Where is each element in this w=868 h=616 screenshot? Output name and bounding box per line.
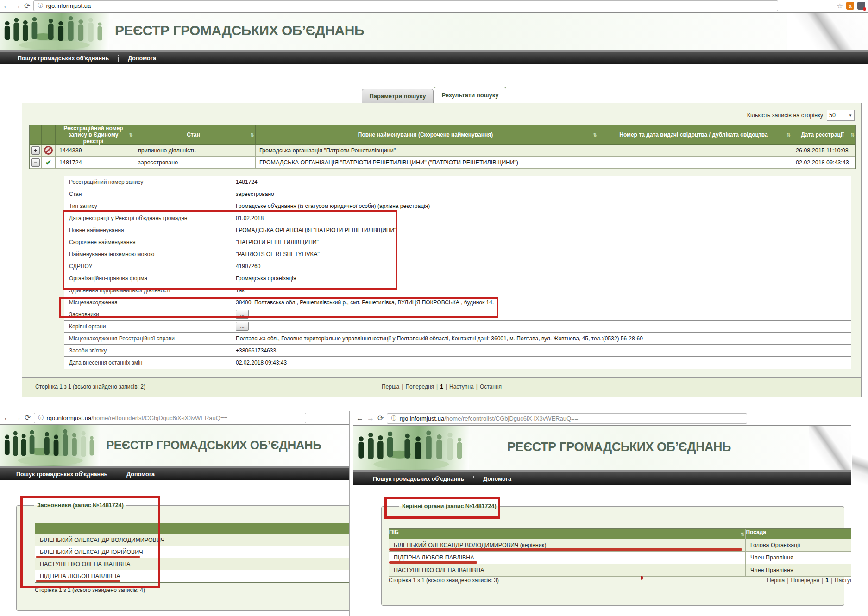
sort-icon[interactable]: ⇅ [851,132,855,137]
column-header-reg-date[interactable]: Дата реєстрації ⇅ [792,125,855,145]
detail-row: Дата реєстрації у Реєстрі об'єднань гром… [64,212,851,224]
column-header-status [42,125,56,145]
browser-toolbar: ← → ⟳ ⓘ rgo.informjust.ua/home/refcontro… [353,411,851,426]
governing-table-header: ПІБ ⇅ Посада [389,529,851,539]
column-header-reg-number[interactable]: Реєстраційний номер запису в Єдиному реє… [56,125,134,145]
results-table: Реєстраційний номер запису в Єдиному реє… [29,125,856,169]
list-item: БІЛЕНЬКИЙ ОЛЕКСАНДР ВОЛОДИМИРОВИЧ [35,534,350,546]
pagination-first[interactable]: Перша [767,577,785,584]
cell-name: БІЛЕНЬКИЙ ОЛЕКСАНДР ВОЛОДИМИРОВИЧ (керів… [389,539,746,551]
sort-icon[interactable]: ⇅ [593,132,597,137]
results-panel: Кількість записів на сторінку 50 ▼ Реєст… [22,103,862,397]
banner-people-image [353,426,469,470]
page-info: Сторінка 1 з 1 (всього знайдено записів:… [389,577,499,584]
background-window-edge [852,433,868,498]
reload-button[interactable]: ⟳ [25,414,31,421]
reload-button[interactable]: ⟳ [24,2,30,10]
sort-icon[interactable]: ⇅ [787,132,791,137]
menu-search-link[interactable]: Пошук громадських об'єднаннь [364,476,473,482]
pagination-current-page[interactable]: 1 [440,383,443,390]
site-title: РЕЄСТР ГРОМАДСЬКИХ ОБ’ЄДНАНЬ [115,23,364,38]
column-header-name[interactable]: ПІБ ⇅ [389,529,746,539]
url-host: rgo.informjust.ua [399,415,444,422]
results-footer: Сторінка 1 з 1 (всього знайдено записів:… [22,377,861,397]
pagination-prev[interactable]: Попередня [405,383,434,390]
founders-browser-window: ← → ⟳ ⓘ rgo.informjust.ua/home/reffounde… [0,411,350,616]
cell-position: Член Правління [746,564,851,576]
cell-full-name: Громадська організація "Патріоти Решетил… [256,145,598,157]
table-row: ПАСТУШЕНКО ОЛЕНА ІВАНІВНА Член Правління [389,564,851,577]
forward-button[interactable]: → [367,415,374,422]
menu-help-link[interactable]: Допомога [117,471,164,478]
page-size-select[interactable]: 50 ▼ [827,110,855,121]
url-path: /home/refcontrollst/CGbjDguc6iX-iX3vWERa… [444,415,578,422]
site-title: РЕЄСТР ГРОМАДСЬКИХ ОБ’ЄДНАНЬ [106,438,321,453]
menu-search-link[interactable]: Пошук громадських об'єднаннь [8,55,118,62]
page-size-value: 50 [829,112,836,119]
detail-row: Тип запису Громадське об'єднання (із ста… [64,200,851,212]
cell-name: ПАСТУШЕНКО ОЛЕНА ІВАНІВНА [389,564,746,576]
collapse-button[interactable]: − [31,158,40,167]
cell-reg-date: 02.02.2018 09:43:43 [792,157,855,169]
founders-table-header [35,523,350,534]
detail-row: Місцезнаходження Реєстраційної справи По… [64,333,851,345]
governing-bodies-legend: Керівні органи (запис №1481724) [399,503,499,509]
tab-search-params[interactable]: Параметри пошуку [362,89,434,103]
founders-table: БІЛЕНЬКИЙ ОЛЕКСАНДР ВОЛОДИМИРОВИЧ БІЛЕНЬ… [35,523,350,583]
page-info: Сторінка 1 з 1 (всього знайдено записів:… [35,587,145,593]
table-row: − ✔ 1481724 зареєстровано ГРОМАДСЬКА ОРГ… [30,157,855,169]
back-button[interactable]: ← [3,2,10,10]
menu-search-link[interactable]: Пошук громадських об'єднаннь [7,471,117,478]
page-curl-graphic [809,426,851,470]
cell-certificate [598,157,792,169]
page-curl-graphic [787,13,868,50]
founders-ellipsis-button[interactable]: ... [236,310,249,319]
expand-button[interactable]: + [31,146,40,155]
pagination: Перша|Попередня|1|Наступна|Остання [382,383,502,390]
dropdown-arrow-icon: ▼ [849,113,852,118]
pagination-prev[interactable]: Попередня [791,577,819,584]
governing-bodies-ellipsis-button[interactable]: ... [236,322,249,331]
column-header-certificate[interactable]: Номер та дата видачі свідоцтва / дубліка… [598,125,792,145]
reload-button[interactable]: ⟳ [377,415,384,422]
browser-toolbar: ← → ⟳ ⓘ rgo.informjust.ua/home/reffounde… [0,411,349,425]
forward-button[interactable]: → [13,2,21,10]
column-header-position[interactable]: Посада [746,529,851,539]
url-bar[interactable]: ⓘ rgo.informjust.ua [33,0,778,11]
governing-bodies-browser-window: ← → ⟳ ⓘ rgo.informjust.ua/home/refcontro… [353,411,851,616]
detail-row: Організаційно-правова форма Громадська о… [64,272,851,284]
pagination-current-page[interactable]: 1 [825,577,829,584]
menu-help-link[interactable]: Допомога [473,476,521,482]
site-title: РЕЄСТР ГРОМАДСЬКИХ ОБ’ЄДНАНЬ [507,440,731,454]
cell-reg-number: 1444339 [56,145,134,157]
cell-name: ПІДГІРНА ЛЮБОВ ПАВЛІВНА [389,552,746,564]
pagination-next[interactable]: Наступна [449,383,474,390]
pagination-next[interactable]: Наступна [835,577,851,584]
extension-icon[interactable]: a [846,2,854,10]
sort-icon[interactable]: ⇅ [251,132,254,137]
sort-icon[interactable]: ⇅ [129,132,133,137]
column-header-full-name[interactable]: Повне найменування (Скорочене найменуван… [256,125,598,145]
site-banner: РЕЄСТР ГРОМАДСЬКИХ ОБ’ЄДНАНЬ [0,13,868,50]
extension-icon-2[interactable] [857,2,865,10]
bookmark-star-icon[interactable]: ☆ [837,2,843,10]
founders-legend: Засновники (запис №1481724) [34,502,126,509]
url-bar[interactable]: ⓘ rgo.informjust.ua/home/reffounderlst/C… [34,413,306,423]
detail-row: Керівні органи ... [64,321,851,333]
url-bar[interactable]: ⓘ rgo.informjust.ua/home/refcontrollst/C… [387,413,747,424]
url-host: rgo.informjust.ua [46,2,91,9]
detail-row: Дата внесення останніх змін 02.02.2018 0… [64,357,851,369]
cell-state: припинено діяльність [134,145,256,157]
menu-help-link[interactable]: Допомога [118,55,165,62]
pagination-first[interactable]: Перша [382,383,399,390]
banner-people-image [0,13,109,50]
back-button[interactable]: ← [3,414,11,421]
tab-search-results[interactable]: Результати пошуку [434,87,506,103]
pagination-last[interactable]: Остання [480,383,502,390]
column-header-state[interactable]: Стан ⇅ [134,125,256,145]
sort-icon[interactable]: ⇅ [741,532,744,537]
back-button[interactable]: ← [356,415,364,422]
info-icon: ⓘ [391,415,396,422]
record-details-table: Реєстраційний номер запису 1481724 Стан … [64,176,851,369]
forward-button[interactable]: → [14,414,21,421]
